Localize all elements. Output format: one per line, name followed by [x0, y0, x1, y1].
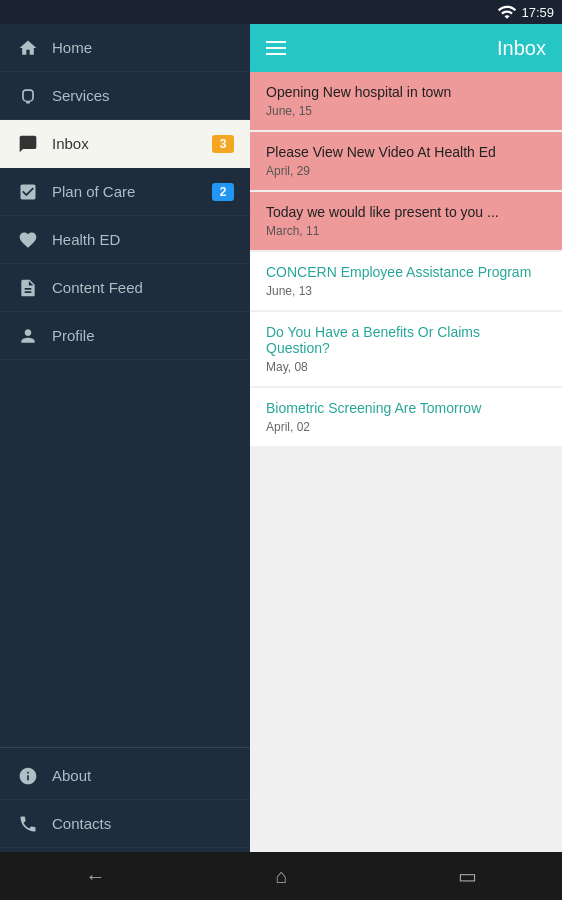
sidebar-item-health-ed[interactable]: Health ED	[0, 216, 250, 264]
message-item[interactable]: Opening New hospital in townJune, 15	[250, 72, 562, 130]
toolbar-title: Inbox	[302, 37, 546, 60]
checklist-icon	[16, 180, 40, 204]
sidebar-item-plan-of-care-label: Plan of Care	[52, 183, 212, 200]
person-icon	[16, 324, 40, 348]
menu-line-2	[266, 47, 286, 49]
sidebar-item-profile-label: Profile	[52, 327, 234, 344]
inbox-icon	[16, 132, 40, 156]
nav-items: Home Services Inbox 3	[0, 24, 250, 852]
message-title: CONCERN Employee Assistance Program	[266, 264, 546, 280]
message-item[interactable]: CONCERN Employee Assistance ProgramJune,…	[250, 252, 562, 310]
message-date: March, 11	[266, 224, 546, 238]
message-item[interactable]: Today we would like present to you ...Ma…	[250, 192, 562, 250]
status-time: 17:59	[521, 5, 554, 20]
message-title: Biometric Screening Are Tomorrow	[266, 400, 546, 416]
sidebar-item-content-feed-label: Content Feed	[52, 279, 234, 296]
status-bar-right: 17:59	[497, 2, 554, 22]
message-date: June, 15	[266, 104, 546, 118]
message-item[interactable]: Biometric Screening Are TomorrowApril, 0…	[250, 388, 562, 446]
recent-button[interactable]: ▭	[434, 856, 501, 896]
home-icon	[16, 36, 40, 60]
message-date: April, 02	[266, 420, 546, 434]
bottom-nav: ← ⌂ ▭	[0, 852, 562, 900]
message-date: May, 08	[266, 360, 546, 374]
sidebar-item-plan-of-care[interactable]: Plan of Care 2	[0, 168, 250, 216]
menu-line-3	[266, 53, 286, 55]
sidebar-item-home-label: Home	[52, 39, 234, 56]
sidebar-item-content-feed[interactable]: Content Feed	[0, 264, 250, 312]
menu-button[interactable]	[266, 41, 286, 55]
home-button[interactable]: ⌂	[251, 857, 311, 896]
sidebar-item-about-label: About	[52, 767, 234, 784]
wifi-icon	[497, 2, 517, 22]
document-icon	[16, 276, 40, 300]
sidebar-item-contacts[interactable]: Contacts	[0, 800, 250, 848]
back-button[interactable]: ←	[61, 857, 129, 896]
info-icon	[16, 764, 40, 788]
sidebar-item-profile[interactable]: Profile	[0, 312, 250, 360]
sidebar-item-health-ed-label: Health ED	[52, 231, 234, 248]
status-bar: 17:59	[0, 0, 562, 24]
main-content: Inbox Opening New hospital in townJune, …	[250, 24, 562, 852]
message-date: June, 13	[266, 284, 546, 298]
message-list: Opening New hospital in townJune, 15Plea…	[250, 72, 562, 852]
message-date: April, 29	[266, 164, 546, 178]
sidebar-item-inbox[interactable]: Inbox 3	[0, 120, 250, 168]
sidebar: Home Services Inbox 3	[0, 24, 250, 852]
menu-line-1	[266, 41, 286, 43]
nav-bottom: About Contacts	[0, 747, 250, 852]
sidebar-item-inbox-label: Inbox	[52, 135, 212, 152]
nav-spacer	[0, 360, 250, 747]
phone-icon	[16, 812, 40, 836]
sidebar-item-contacts-label: Contacts	[52, 815, 234, 832]
sidebar-item-services-label: Services	[52, 87, 234, 104]
message-title: Please View New Video At Health Ed	[266, 144, 546, 160]
message-title: Do You Have a Benefits Or Claims Questio…	[266, 324, 546, 356]
sidebar-item-services[interactable]: Services	[0, 72, 250, 120]
sidebar-item-home[interactable]: Home	[0, 24, 250, 72]
app-body: Home Services Inbox 3	[0, 24, 562, 852]
stethoscope-icon	[16, 84, 40, 108]
toolbar: Inbox	[250, 24, 562, 72]
message-title: Today we would like present to you ...	[266, 204, 546, 220]
message-item[interactable]: Do You Have a Benefits Or Claims Questio…	[250, 312, 562, 386]
inbox-badge: 3	[212, 135, 234, 153]
sidebar-item-about[interactable]: About	[0, 752, 250, 800]
heart-icon	[16, 228, 40, 252]
message-item[interactable]: Please View New Video At Health EdApril,…	[250, 132, 562, 190]
message-title: Opening New hospital in town	[266, 84, 546, 100]
plan-of-care-badge: 2	[212, 183, 234, 201]
